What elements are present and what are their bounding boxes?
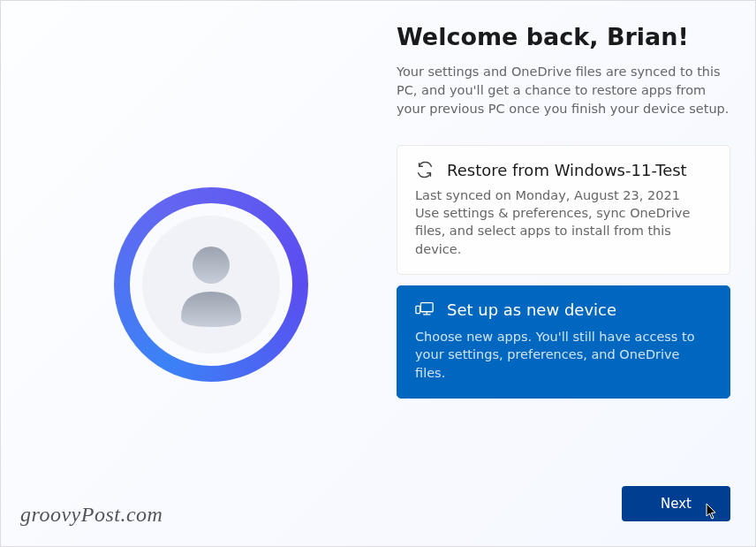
- person-icon: [171, 240, 251, 329]
- page-title: Welcome back, Brian!: [397, 23, 730, 50]
- option-restore-desc: Use settings & preferences, sync OneDriv…: [415, 204, 712, 258]
- sync-icon: [415, 160, 435, 179]
- watermark: groovyPost.com: [20, 503, 163, 527]
- page-subtext: Your settings and OneDrive files are syn…: [397, 63, 730, 118]
- svg-point-0: [193, 247, 230, 284]
- svg-rect-4: [416, 307, 420, 314]
- option-restore-title: Restore from Windows-11-Test: [447, 161, 687, 179]
- avatar-panel: [26, 23, 397, 528]
- device-icon: [415, 301, 435, 317]
- next-button[interactable]: Next: [622, 486, 730, 521]
- option-new-device[interactable]: Set up as new device Choose new apps. Yo…: [397, 285, 730, 399]
- option-restore[interactable]: Restore from Windows-11-Test Last synced…: [397, 145, 730, 275]
- avatar-ring: [114, 187, 308, 382]
- option-new-device-title: Set up as new device: [447, 300, 616, 319]
- option-restore-lastsync: Last synced on Monday, August 23, 2021: [415, 188, 712, 202]
- avatar-inner-ring: [130, 203, 292, 366]
- avatar-circle: [142, 216, 280, 353]
- option-new-device-desc: Choose new apps. You'll still have acces…: [415, 328, 712, 382]
- svg-rect-1: [420, 303, 433, 312]
